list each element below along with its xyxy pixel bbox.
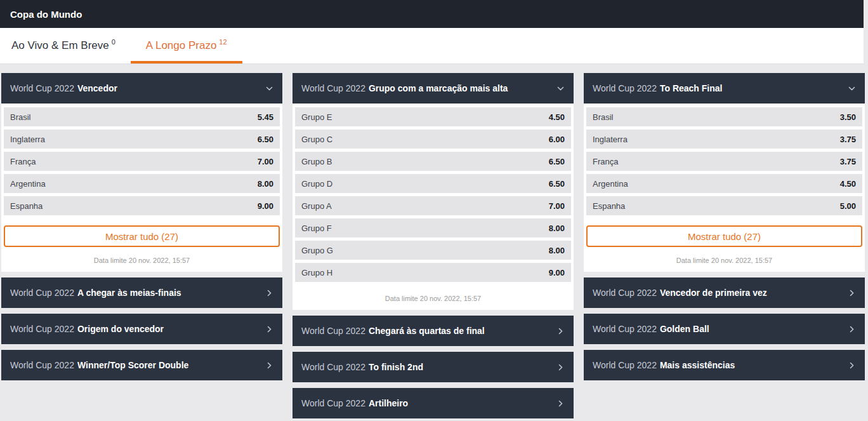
show-all-button[interactable]: Mostrar tudo (27): [4, 225, 280, 247]
chevron-right-icon: [848, 361, 856, 370]
tab-a-longo-prazo[interactable]: A Longo Prazo12: [131, 38, 242, 63]
competition-label: World Cup 2022: [10, 83, 74, 93]
chevron-right-icon: [556, 363, 565, 371]
odds-value[interactable]: 4.50: [549, 112, 565, 122]
competition-label: World Cup 2022: [301, 362, 365, 372]
selection-label: Grupo C: [301, 135, 332, 144]
market-name: To Reach Final: [660, 83, 723, 93]
market-header[interactable]: World Cup 2022To Reach Final: [584, 73, 865, 104]
page-title: Copa do Mundo: [10, 9, 82, 20]
odds-rows: Grupo E4.50Grupo C6.00Grupo B6.50Grupo D…: [293, 104, 574, 282]
chevron-down-icon: [265, 84, 273, 93]
odds-value[interactable]: 8.00: [549, 224, 565, 233]
selection-label: Brasil: [593, 112, 614, 122]
odds-value[interactable]: 6.50: [549, 179, 565, 189]
chevron-right-icon: [265, 289, 273, 297]
odds-row[interactable]: França7.00: [4, 152, 280, 171]
market-header[interactable]: World Cup 2022Grupo com a marcação mais …: [293, 73, 574, 104]
odds-row[interactable]: Grupo D6.50: [295, 174, 571, 193]
markets-grid: World Cup 2022VencedorBrasil5.45Inglater…: [0, 64, 868, 418]
page-header: Copa do Mundo: [0, 0, 864, 28]
selection-label: Grupo F: [301, 224, 332, 233]
collapsed-market[interactable]: World Cup 2022A chegar às meias-finais: [1, 277, 282, 308]
odds-value[interactable]: 5.45: [258, 112, 273, 122]
odds-row[interactable]: Grupo G8.00: [295, 241, 571, 260]
collapsed-market[interactable]: World Cup 2022Chegará às quartas de fina…: [293, 316, 574, 346]
selection-label: Grupo H: [301, 268, 332, 277]
odds-value[interactable]: 7.00: [549, 201, 565, 211]
odds-row[interactable]: Grupo C6.00: [295, 130, 571, 149]
market-name: A chegar às meias-finais: [77, 288, 181, 298]
market-name: Artilheiro: [369, 398, 408, 408]
market-name: Vencedor: [77, 83, 117, 93]
tab-count-badge: 0: [112, 38, 115, 46]
collapsed-market[interactable]: World Cup 2022Mais assistências: [584, 350, 865, 380]
odds-row[interactable]: Grupo H9.00: [295, 263, 571, 282]
competition-label: World Cup 2022: [301, 398, 365, 408]
show-all-wrap: Mostrar tudo (27): [584, 218, 865, 247]
odds-row[interactable]: Argentina4.50: [586, 174, 862, 193]
competition-label: World Cup 2022: [593, 360, 657, 370]
collapsed-market[interactable]: World Cup 2022Vencedor de primeira vez: [584, 277, 865, 308]
odds-row[interactable]: Brasil5.45: [4, 107, 280, 126]
odds-row[interactable]: Espanha5.00: [586, 196, 862, 215]
collapsed-market[interactable]: World Cup 2022Winner/Top Scorer Double: [1, 350, 282, 380]
collapsed-market[interactable]: World Cup 2022Origem do vencedor: [1, 314, 282, 344]
odds-value[interactable]: 6.50: [549, 157, 565, 166]
competition-label: World Cup 2022: [593, 288, 657, 298]
deadline-text: Data limite 20 nov. 2022, 15:57: [293, 285, 574, 310]
chevron-right-icon: [848, 325, 856, 333]
chevron-down-icon: [848, 84, 856, 93]
selection-label: Brasil: [10, 112, 31, 122]
market-name: To finish 2nd: [369, 362, 423, 372]
odds-row[interactable]: Grupo B6.50: [295, 152, 571, 171]
odds-value[interactable]: 3.50: [840, 112, 856, 122]
odds-row[interactable]: Grupo E4.50: [295, 107, 571, 126]
odds-row[interactable]: França3.75: [586, 152, 862, 171]
odds-value[interactable]: 8.00: [549, 246, 565, 255]
odds-row[interactable]: Grupo A7.00: [295, 196, 571, 215]
odds-value[interactable]: 6.50: [258, 135, 273, 144]
chevron-down-icon: [556, 84, 565, 93]
chevron-right-icon: [265, 325, 273, 333]
collapsed-market[interactable]: World Cup 2022Artilheiro: [293, 388, 574, 418]
odds-value[interactable]: 8.00: [258, 179, 273, 189]
odds-value[interactable]: 5.00: [840, 201, 856, 211]
market-header[interactable]: World Cup 2022Vencedor: [1, 73, 282, 104]
chevron-right-icon: [265, 361, 273, 370]
odds-value[interactable]: 9.00: [258, 201, 273, 211]
odds-row[interactable]: Espanha9.00: [4, 196, 280, 215]
odds-value[interactable]: 3.75: [840, 157, 856, 166]
competition-label: World Cup 2022: [10, 360, 74, 370]
deadline-text: Data limite 20 nov. 2022, 15:57: [584, 247, 865, 272]
collapsed-market[interactable]: World Cup 2022To finish 2nd: [293, 352, 574, 382]
odds-value[interactable]: 9.00: [549, 268, 565, 277]
selection-label: Espanha: [593, 201, 625, 211]
market-column: World Cup 2022To Reach FinalBrasil3.50In…: [584, 73, 865, 418]
market-card: World Cup 2022VencedorBrasil5.45Inglater…: [1, 73, 282, 272]
odds-value[interactable]: 6.00: [549, 135, 565, 144]
show-all-wrap: Mostrar tudo (27): [1, 218, 282, 247]
selection-label: Grupo G: [301, 246, 333, 255]
selection-label: Grupo A: [301, 201, 332, 211]
competition-label: World Cup 2022: [301, 83, 365, 93]
odds-row[interactable]: Inglaterra6.50: [4, 130, 280, 149]
market-name: Origem do vencedor: [77, 324, 164, 334]
odds-row[interactable]: Argentina8.00: [4, 174, 280, 193]
deadline-text: Data limite 20 nov. 2022, 15:57: [1, 247, 282, 272]
odds-row[interactable]: Grupo F8.00: [295, 218, 571, 237]
odds-row[interactable]: Inglaterra3.75: [586, 130, 862, 149]
selection-label: França: [593, 157, 618, 166]
show-all-button[interactable]: Mostrar tudo (27): [586, 225, 862, 247]
market-name: Vencedor de primeira vez: [660, 288, 767, 298]
tab-ao-vivo-em-breve[interactable]: Ao Vivo & Em Breve0: [10, 38, 117, 63]
selection-label: França: [10, 157, 36, 166]
market-card: World Cup 2022To Reach FinalBrasil3.50In…: [584, 73, 865, 272]
odds-value[interactable]: 7.00: [258, 157, 273, 166]
odds-row[interactable]: Brasil3.50: [586, 107, 862, 126]
market-name: Golden Ball: [660, 324, 709, 334]
collapsed-market[interactable]: World Cup 2022Golden Ball: [584, 314, 865, 344]
chevron-right-icon: [556, 399, 565, 408]
odds-value[interactable]: 3.75: [840, 135, 856, 144]
odds-value[interactable]: 4.50: [840, 179, 856, 189]
